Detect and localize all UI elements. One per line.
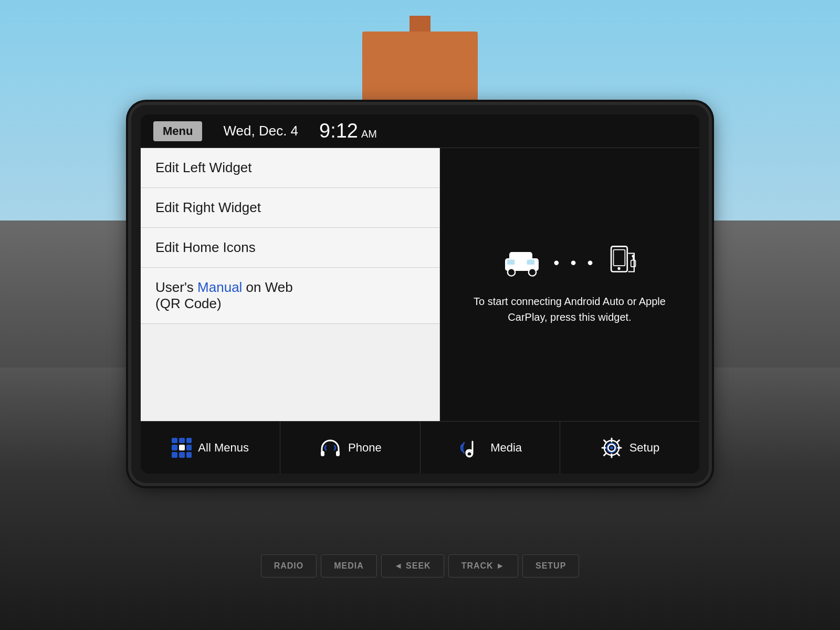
grid-icon	[172, 438, 192, 458]
svg-rect-13	[336, 451, 340, 456]
menu-item-edit-home-icons[interactable]: Edit Home Icons	[141, 228, 439, 268]
connecting-dots: • • •	[553, 253, 596, 272]
svg-point-2	[508, 268, 515, 276]
nav-item-media[interactable]: Media	[421, 422, 560, 474]
svg-point-11	[632, 255, 634, 257]
menu-item-label: Edit Right Widget	[155, 200, 261, 216]
nav-setup-label: Setup	[629, 441, 660, 455]
setup-button[interactable]: SETUP	[522, 554, 579, 578]
header-time: 9:12	[319, 120, 358, 142]
display-bezel: Menu Wed, Dec. 4 9:12 AM Edit Left Widge…	[131, 105, 709, 483]
svg-point-3	[529, 268, 536, 276]
car-icon	[501, 247, 543, 278]
header-ampm: AM	[361, 128, 377, 142]
radio-button[interactable]: RADIO	[261, 554, 317, 578]
nav-item-phone[interactable]: Phone	[280, 422, 420, 474]
widget-panel[interactable]: • • • To start con	[440, 148, 699, 421]
menu-item-users-manual[interactable]: User's Manual on Web(QR Code)	[141, 268, 439, 324]
svg-point-8	[617, 267, 620, 270]
menu-item-label: User's Manual on Web(QR Code)	[155, 279, 293, 312]
menu-badge: Menu	[153, 121, 202, 141]
header-bar: Menu Wed, Dec. 4 9:12 AM	[141, 114, 699, 148]
menu-item-label: Edit Home Icons	[155, 239, 256, 256]
nav-media-label: Media	[490, 441, 522, 455]
display-screen: Menu Wed, Dec. 4 9:12 AM Edit Left Widge…	[141, 114, 699, 474]
svg-rect-9	[631, 260, 635, 267]
nav-all-menus-label: All Menus	[198, 441, 249, 455]
setup-icon	[600, 436, 623, 459]
menu-item-label: Edit Left Widget	[155, 160, 252, 176]
nav-item-setup[interactable]: Setup	[560, 422, 699, 474]
header-date: Wed, Dec. 4	[223, 123, 298, 139]
media-icon	[458, 436, 484, 459]
svg-rect-12	[321, 451, 324, 456]
scene: Menu Wed, Dec. 4 9:12 AM Edit Left Widge…	[0, 0, 840, 630]
manual-highlight: Manual	[197, 279, 242, 295]
menu-item-edit-right-widget[interactable]: Edit Right Widget	[141, 188, 439, 228]
svg-rect-7	[613, 250, 625, 266]
media-button[interactable]: MEDIA	[321, 554, 377, 578]
phone-icon	[319, 436, 342, 459]
nav-bar: All Menus Phone	[141, 421, 699, 474]
widget-icons: • • •	[501, 244, 638, 281]
svg-point-16	[610, 446, 613, 449]
phone-device-icon	[607, 244, 638, 281]
svg-point-14	[467, 452, 472, 457]
menu-panel: Edit Left Widget Edit Right Widget Edit …	[141, 148, 440, 421]
nav-phone-label: Phone	[348, 441, 382, 455]
seek-back-button[interactable]: ◄ SEEK	[381, 554, 444, 578]
svg-rect-5	[527, 259, 534, 265]
physical-buttons: RADIO MEDIA ◄ SEEK TRACK ► SETUP	[184, 554, 656, 578]
nav-item-all-menus[interactable]: All Menus	[141, 422, 280, 474]
menu-item-edit-left-widget[interactable]: Edit Left Widget	[141, 148, 439, 188]
svg-rect-4	[507, 259, 514, 265]
track-forward-button[interactable]: TRACK ►	[448, 554, 518, 578]
main-content: Edit Left Widget Edit Right Widget Edit …	[141, 148, 699, 421]
widget-connection-text: To start connecting Android Auto or Appl…	[456, 293, 684, 325]
